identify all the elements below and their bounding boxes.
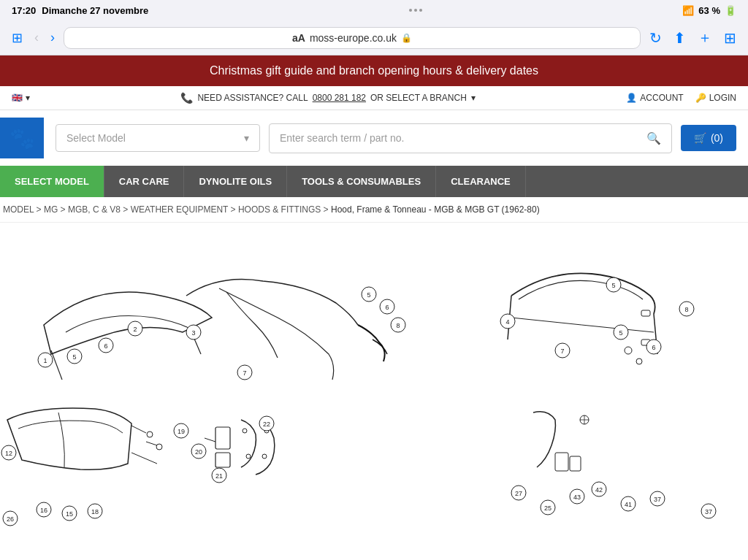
svg-text:5: 5 (619, 329, 622, 337)
login-icon: 🔑 (695, 93, 706, 103)
cart-button[interactable]: 🛒 (0) (681, 125, 736, 151)
tabs-button[interactable]: ⊞ (721, 26, 739, 50)
svg-point-58 (246, 454, 251, 459)
svg-text:5: 5 (611, 282, 615, 289)
search-bar: 🐾 Select Model ▾ Enter search term / par… (0, 110, 748, 166)
svg-point-39 (147, 431, 153, 437)
svg-text:8: 8 (396, 322, 400, 329)
svg-text:37: 37 (654, 496, 661, 503)
flag-selector[interactable]: 🇬🇧 ▾ (12, 93, 30, 103)
model-select-placeholder: Select Model (66, 132, 126, 144)
svg-text:6: 6 (652, 344, 655, 351)
svg-rect-22 (641, 310, 650, 316)
svg-text:7: 7 (243, 369, 246, 377)
svg-text:43: 43 (573, 494, 581, 501)
svg-text:18: 18 (91, 508, 99, 515)
svg-point-41 (156, 444, 162, 450)
search-icon[interactable]: 🔍 (646, 131, 661, 145)
svg-text:4: 4 (505, 318, 509, 326)
christmas-banner[interactable]: Christmas gift guide and branch opening … (0, 55, 748, 86)
new-tab-button[interactable]: ＋ (695, 25, 715, 50)
svg-text:5: 5 (367, 291, 370, 299)
font-size-button[interactable]: aA (292, 32, 305, 44)
banner-text: Christmas gift guide and branch opening … (210, 64, 538, 77)
svg-text:22: 22 (263, 421, 270, 428)
svg-text:7: 7 (560, 348, 564, 355)
flag-dropdown-icon: ▾ (26, 93, 30, 103)
svg-point-25 (636, 358, 642, 364)
svg-text:6: 6 (104, 342, 107, 350)
svg-text:2: 2 (133, 326, 137, 333)
uk-flag-icon: 🇬🇧 (12, 93, 23, 103)
account-button[interactable]: 👤 ACCOUNT (626, 93, 683, 103)
nav-item-car-care[interactable]: CAR CARE (104, 166, 185, 197)
wifi-icon: 📶 (682, 5, 694, 16)
forward-button[interactable]: › (47, 27, 58, 48)
svg-text:6: 6 (385, 304, 389, 311)
svg-text:12: 12 (5, 450, 12, 457)
diagram-group-4: 12 26 16 15 18 (1, 408, 162, 526)
assistance-text: NEED ASSISTANCE? CALL (197, 93, 308, 103)
breadcrumb-model[interactable]: MODEL (3, 204, 34, 215)
svg-point-24 (625, 347, 632, 354)
main-content: 1 5 6 2 5 6 (0, 223, 748, 551)
login-button[interactable]: 🔑 LOGIN (695, 93, 736, 103)
svg-line-0 (51, 350, 62, 380)
lock-icon: 🔒 (401, 33, 412, 43)
svg-text:25: 25 (544, 505, 552, 512)
nav-item-tools[interactable]: TOOLS & CONSUMABLES (287, 166, 436, 197)
date: Dimanche 27 novembre (42, 5, 148, 16)
svg-text:26: 26 (7, 515, 14, 523)
parts-diagram: 1 5 6 2 5 6 (0, 230, 748, 544)
breadcrumb: MODEL > MG > MGB, C & V8 > WEATHER EQUIP… (0, 197, 748, 223)
dot3 (419, 9, 422, 12)
breadcrumb-mg[interactable]: MG (44, 204, 58, 215)
phone-icon: 📞 (180, 92, 193, 104)
svg-point-56 (243, 429, 247, 433)
nav-menu: SELECT MODEL CAR CARE DYNOLITE OILS TOOL… (0, 166, 748, 197)
breadcrumb-hoods[interactable]: HOODS & FITTINGS (238, 204, 321, 215)
nav-item-dynolite-oils[interactable]: DYNOLITE OILS (184, 166, 287, 197)
nav-item-clearance[interactable]: CLEARANCE (436, 166, 526, 197)
diagram-group-6: 27 25 43 42 41 37 37 (511, 412, 716, 518)
sidebar-toggle-button[interactable]: ⊞ (9, 27, 26, 49)
browser-chrome: ⊞ ‹ › aA moss-europe.co.uk 🔒 ↻ ⬆ ＋ ⊞ (0, 20, 748, 55)
breadcrumb-mgb[interactable]: MGB, C & V8 (68, 204, 121, 215)
battery-level: 63 % (698, 5, 720, 16)
dot1 (409, 9, 412, 12)
or-text: OR SELECT A BRANCH (370, 93, 467, 103)
cart-icon: 🛒 (694, 132, 706, 144)
url-text: moss-europe.co.uk (310, 32, 397, 44)
search-input-field[interactable]: Enter search term / part no. 🔍 (269, 123, 672, 153)
back-button[interactable]: ‹ (31, 27, 42, 48)
assistance-info: 📞 NEED ASSISTANCE? CALL 0800 281 182 OR … (42, 92, 614, 104)
logo: 🐾 (0, 118, 44, 158)
svg-text:41: 41 (625, 501, 632, 508)
share-button[interactable]: ⬆ (671, 26, 689, 50)
dot2 (414, 9, 417, 12)
svg-line-42 (131, 453, 157, 464)
svg-text:21: 21 (215, 472, 223, 480)
nav-item-select-model[interactable]: SELECT MODEL (0, 166, 104, 197)
svg-text:42: 42 (595, 486, 603, 494)
parts-diagram-svg: 1 5 6 2 5 6 (0, 237, 748, 537)
cart-count: (0) (711, 132, 723, 144)
svg-rect-54 (215, 453, 230, 467)
top-nav: 🇬🇧 ▾ 📞 NEED ASSISTANCE? CALL 0800 281 18… (0, 86, 748, 110)
svg-line-38 (131, 426, 146, 433)
svg-text:5: 5 (72, 353, 76, 361)
nav-item-label: SELECT MODEL (15, 176, 89, 187)
nav-item-label: CLEARANCE (451, 176, 511, 187)
reload-button[interactable]: ↻ (646, 26, 665, 50)
url-bar[interactable]: aA moss-europe.co.uk 🔒 (64, 27, 641, 49)
diagram-group-3: 4 5 8 7 5 6 (500, 273, 694, 364)
model-select-dropdown[interactable]: Select Model ▾ (56, 124, 260, 152)
breadcrumb-weather[interactable]: WEATHER EQUIPMENT (131, 204, 229, 215)
svg-line-40 (146, 442, 157, 445)
svg-point-59 (262, 454, 267, 459)
breadcrumb-current: Hood, Frame & Tonneau - MGB & MGB GT (19… (331, 204, 540, 215)
phone-number[interactable]: 0800 281 182 (313, 93, 366, 103)
svg-text:1: 1 (43, 357, 47, 364)
diagram-group-2: 5 6 8 3 7 (186, 280, 405, 380)
branch-dropdown-icon: ▾ (471, 93, 476, 103)
